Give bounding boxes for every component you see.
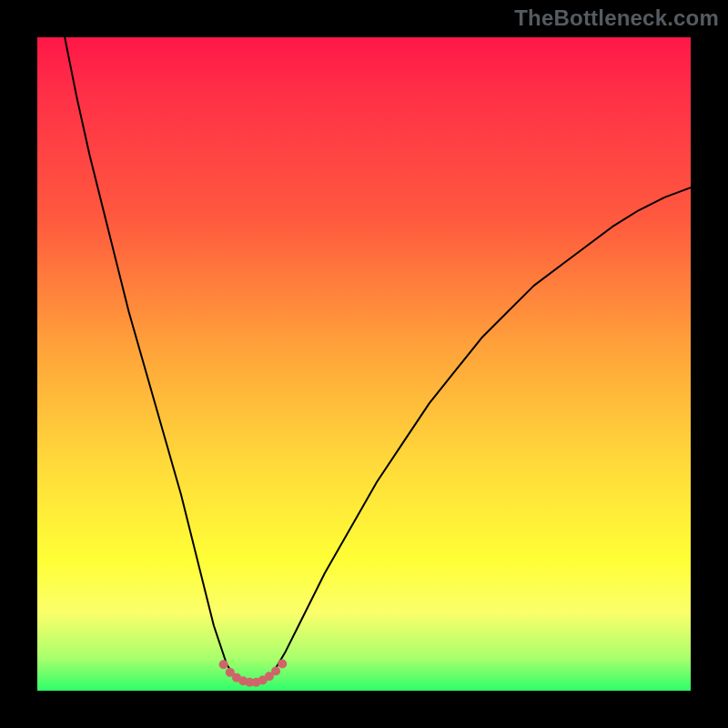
chart-frame: TheBottleneck.com bbox=[0, 0, 728, 728]
valley-marker bbox=[219, 660, 228, 669]
chart-svg bbox=[37, 37, 691, 691]
curve-group bbox=[65, 37, 691, 684]
bottleneck-curve bbox=[65, 37, 691, 684]
marker-group bbox=[219, 660, 288, 687]
valley-marker bbox=[271, 666, 280, 675]
plot-area bbox=[37, 37, 691, 691]
attribution-text: TheBottleneck.com bbox=[514, 5, 719, 31]
valley-marker bbox=[278, 660, 287, 669]
